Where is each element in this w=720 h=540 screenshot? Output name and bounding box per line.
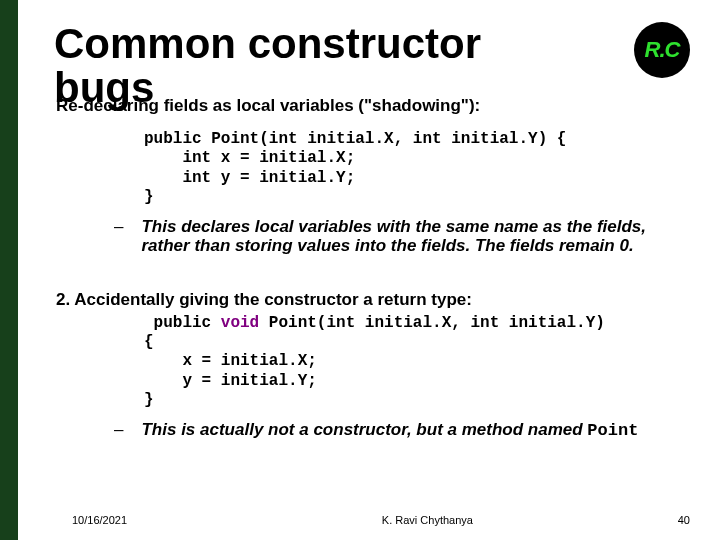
section-2-heading: 2. Accidentally giving the constructor a…: [56, 290, 690, 310]
logo-badge: R.C: [634, 22, 690, 78]
bullet-1-text: This declares local variables with the s…: [141, 217, 660, 256]
code-2-pre: public: [144, 314, 221, 332]
bullet-2: – This is actually not a constructor, bu…: [114, 420, 660, 441]
code-block-2: public void Point(int initial.X, int ini…: [144, 314, 690, 410]
slide: R.C Common constructor bugs Re-declaring…: [0, 0, 720, 540]
code-2-keyword: void: [221, 314, 259, 332]
footer-page-number: 40: [678, 514, 690, 526]
footer-date: 10/16/2021: [72, 514, 127, 526]
section-1-heading: Re-declaring fields as local variables (…: [56, 96, 690, 116]
title-line-1: Common constructor: [54, 20, 481, 67]
code-block-1: public Point(int initial.X, int initial.…: [144, 130, 690, 207]
bullet-2-pre: This is actually not a constructor, but …: [141, 420, 587, 439]
footer-author: K. Ravi Chythanya: [382, 514, 473, 526]
footer: 10/16/2021 K. Ravi Chythanya 40: [72, 514, 690, 526]
bullet-2-mono: Point: [587, 421, 638, 440]
bullet-1: – This declares local variables with the…: [114, 217, 660, 256]
bullet-dash-icon: –: [114, 420, 123, 441]
logo-text: R.C: [645, 37, 680, 63]
bullet-dash-icon: –: [114, 217, 123, 256]
bullet-2-text: This is actually not a constructor, but …: [141, 420, 638, 441]
